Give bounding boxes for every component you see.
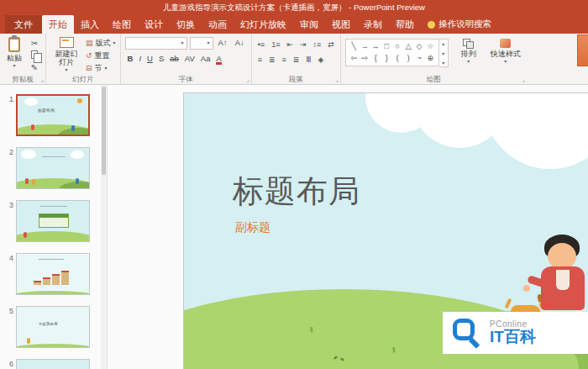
tab-design[interactable]: 设计 — [138, 15, 170, 34]
arrange-label: 排列 — [461, 50, 476, 58]
shape-icon[interactable]: ⊕ — [425, 53, 436, 64]
reset-label: 重置 — [95, 50, 110, 61]
title-bar: 儿童游戏指导演示文稿设计方案（卡通插画，宽屏） - PowerPoint Pre… — [0, 0, 588, 15]
bold-button[interactable]: B — [125, 52, 136, 66]
slide-thumbnail-6[interactable] — [16, 359, 90, 369]
slide-title[interactable]: 标题布局 — [233, 171, 360, 213]
tab-file[interactable]: 文件 — [5, 15, 42, 34]
tell-me-search[interactable]: 操作说明搜索 — [421, 15, 498, 34]
tab-review[interactable]: 审阅 — [293, 15, 325, 34]
slide-thumbnail-5[interactable]: 节标题布局 — [16, 306, 90, 348]
paragraph-tool-icon[interactable]: ↕≡ — [311, 39, 323, 50]
slide-thumbnail-1[interactable]: 标题布局 — [16, 94, 90, 136]
shape-icon[interactable]: ⇨ — [360, 53, 370, 64]
drawing-group-label: 绘图 — [341, 75, 527, 84]
paragraph-tool-icon[interactable]: ≣ — [267, 54, 277, 66]
reset-button[interactable]: ↺ 重置 — [86, 50, 116, 61]
paragraph-tool-icon[interactable]: ◈ — [317, 54, 326, 66]
underline-button[interactable]: U — [144, 52, 155, 66]
slide-thumbnail-3[interactable] — [16, 200, 90, 242]
tab-slideshow[interactable]: 幻灯片放映 — [234, 15, 293, 34]
change-case-button[interactable]: Aa — [198, 52, 213, 66]
shape-icon[interactable]: △ — [403, 41, 414, 52]
new-slide-button[interactable]: 新建幻灯片 ▾ — [50, 36, 82, 75]
clipboard-group: 粘贴 ▾ ✂ ✎ 剪贴板 ⌟ — [0, 34, 46, 84]
paragraph-tool-icon[interactable]: ≡ — [256, 54, 264, 66]
chevron-down-icon: ▾ — [504, 60, 507, 64]
shape-icon[interactable]: ☆ — [425, 41, 436, 52]
format-painter-button[interactable]: ✎ — [28, 63, 41, 72]
slide-thumbnail-2[interactable] — [16, 147, 90, 189]
shapes-scroll-up-button[interactable]: ▴ — [439, 40, 448, 46]
text-shadow-button[interactable]: S — [156, 52, 166, 66]
shape-icon[interactable]: ↔ — [370, 41, 381, 52]
tab-record[interactable]: 录制 — [357, 15, 389, 34]
grow-font-button[interactable]: A↑ — [216, 36, 230, 50]
paragraph-dialog-launcher[interactable]: ⌟ — [336, 76, 339, 83]
tab-home[interactable]: 开始 — [42, 15, 74, 34]
font-color-button[interactable]: A — [213, 52, 223, 66]
font-size-select[interactable]: ▾ — [190, 37, 213, 50]
paragraph-tool-icon[interactable]: ⇄ — [326, 39, 336, 50]
shape-icon[interactable]: ~ — [414, 53, 425, 64]
tab-view[interactable]: 视图 — [325, 15, 357, 34]
paragraph-tool-icon[interactable]: 1≡ — [270, 39, 281, 50]
chevron-down-icon: ▾ — [113, 41, 116, 45]
layout-button[interactable]: ▤ 版式 ▾ — [86, 38, 116, 49]
section-button[interactable]: ⊟ 节 ▾ — [86, 63, 116, 74]
font-group: ▾ ▾ A↑ A↓ B I U S ab AV Aa — [121, 34, 252, 84]
font-dialog-launcher[interactable]: ⌟ — [246, 76, 249, 83]
paragraph-tool-icon[interactable]: ⇤ — [285, 39, 295, 50]
drawing-dialog-launcher[interactable]: ⌟ — [522, 76, 525, 83]
shape-icon[interactable]: ○ — [392, 41, 403, 52]
tab-insert[interactable]: 插入 — [74, 15, 106, 34]
shapes-more-button[interactable]: ▾ — [439, 60, 448, 66]
character-spacing-button[interactable]: AV — [182, 52, 197, 66]
cut-button[interactable]: ✂ — [28, 39, 41, 48]
shapes-gallery-scroll: ▴ ▾ ▾ — [439, 39, 449, 67]
tell-me-label: 操作说明搜索 — [438, 18, 491, 30]
quick-styles-button[interactable]: 快速样式 ▾ — [489, 36, 522, 75]
shape-icon[interactable]: ⇦ — [349, 53, 360, 64]
layout-icon: ▤ — [86, 38, 93, 49]
paragraph-group-label: 段落 — [252, 75, 340, 84]
cropped-ribbon-element — [577, 34, 588, 66]
shape-icon[interactable]: } — [381, 53, 392, 64]
clipboard-dialog-launcher[interactable]: ⌟ — [41, 76, 44, 83]
thumbnail-scrollbar[interactable] — [101, 85, 107, 369]
paste-button[interactable]: 粘贴 ▾ — [4, 36, 24, 75]
paragraph-tool-icon[interactable]: ≣ — [291, 54, 302, 66]
shape-icon[interactable]: ( — [392, 53, 403, 64]
shape-icon[interactable]: ╲ — [349, 41, 360, 52]
paragraph-tool-icon[interactable]: Ⅲ — [304, 54, 312, 66]
slides-group: 新建幻灯片 ▾ ▤ 版式 ▾ ↺ 重置 ⊟ 节 ▾ 幻灯片 — [46, 34, 121, 84]
paragraph-tool-icon[interactable]: ≡ — [281, 54, 288, 66]
tab-draw[interactable]: 绘图 — [106, 15, 138, 34]
arrange-button[interactable]: 排列 ▾ — [452, 36, 486, 75]
font-name-select[interactable]: ▾ — [125, 37, 187, 50]
copy-button[interactable] — [28, 50, 41, 61]
shapes-scroll-down-button[interactable]: ▾ — [439, 50, 448, 56]
strikethrough-button[interactable]: ab — [167, 52, 181, 66]
slides-small-buttons: ▤ 版式 ▾ ↺ 重置 ⊟ 节 ▾ — [86, 36, 116, 75]
clipboard-small-buttons: ✂ ✎ — [28, 36, 41, 75]
shrink-font-button[interactable]: A↓ — [233, 36, 247, 50]
scrollbar-thumb[interactable] — [102, 87, 106, 175]
tab-transitions[interactable]: 切换 — [170, 15, 202, 34]
paragraph-tool-icon[interactable]: •≡ — [256, 39, 266, 50]
shape-icon[interactable]: □ — [381, 41, 392, 52]
paragraph-tool-icon[interactable]: ⇥ — [298, 39, 308, 50]
tab-help[interactable]: 帮助 — [389, 15, 421, 34]
chevron-down-icon: ▾ — [65, 68, 67, 72]
slides-group-label: 幻灯片 — [46, 75, 120, 84]
new-slide-icon — [60, 37, 74, 48]
slide-thumbnail-4[interactable] — [16, 253, 90, 295]
slide-subtitle[interactable]: 副标题 — [235, 220, 270, 235]
shape-icon[interactable]: → — [360, 41, 370, 52]
section-label: 节 — [95, 63, 102, 74]
shape-icon[interactable]: { — [370, 53, 381, 64]
italic-button[interactable]: I — [136, 52, 144, 66]
shape-icon[interactable]: ◇ — [414, 41, 425, 52]
tab-animations[interactable]: 动画 — [202, 15, 234, 34]
shape-icon[interactable]: ) — [403, 53, 414, 64]
